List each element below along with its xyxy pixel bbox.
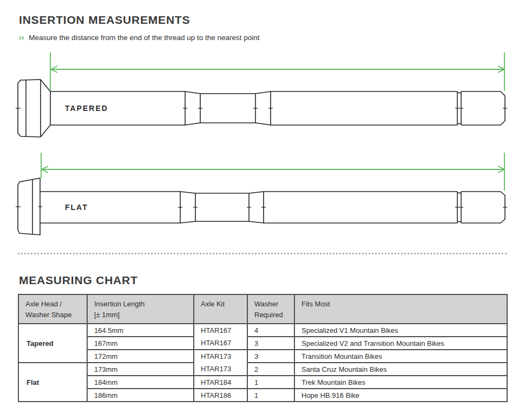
instruction-line: ››Measure the distance from the end of t… — [19, 33, 260, 42]
cell-washer-required: 3 — [247, 350, 294, 363]
cell-washer-required: 4 — [247, 324, 294, 337]
cell-axle-kit: HTAR184 — [194, 376, 247, 389]
cell-axle-kit: HTAR167 — [194, 324, 247, 337]
cell-axle-kit: HTAR186 — [194, 389, 247, 402]
cell-axle-kit: HTAR173 — [194, 363, 247, 376]
header-axle-kit: Axle Kit — [194, 294, 247, 324]
cell-axle-kit: HTAR167 — [194, 337, 247, 350]
tapered-dimension-arrow — [50, 52, 504, 91]
axle-diagrams: TAPERED FLAT — [0, 49, 525, 249]
table-row: Flat 173mm HTAR173 2 Santa Cruz Mountain… — [18, 363, 507, 376]
cell-shape-flat: Flat — [18, 363, 87, 402]
cell-washer-required: 1 — [247, 376, 294, 389]
cell-shape-tapered: Tapered — [18, 324, 87, 363]
cell-washer-required: 1 — [247, 389, 294, 402]
cell-axle-kit: HTAR173 — [194, 350, 247, 363]
table-row: 167mm HTAR167 3 Specialized V2 and Trans… — [18, 337, 507, 350]
cell-insertion-length: 172mm — [87, 350, 194, 363]
measuring-chart-table: Axle Head / Washer Shape Insertion Lengt… — [18, 294, 508, 402]
cell-insertion-length: 173mm — [87, 363, 194, 376]
double-chevron-icon: ›› — [19, 33, 24, 42]
table-row: 172mm HTAR173 3 Transition Mountain Bike… — [18, 350, 507, 363]
cell-insertion-length: 184mm — [87, 376, 194, 389]
tapered-axle-shape: TAPERED — [16, 80, 507, 137]
tapered-axle-label: TAPERED — [65, 104, 108, 113]
cell-fits-most: Transition Mountain Bikes — [294, 350, 507, 363]
page-title-insertion-measurements: INSERTION MEASUREMENTS — [19, 14, 190, 27]
cell-insertion-length: 167mm — [87, 337, 194, 350]
header-fits-most: Fits Most — [294, 294, 507, 324]
cell-washer-required: 2 — [247, 363, 294, 376]
cell-fits-most: Trek Mountain Bikes — [294, 376, 507, 389]
instruction-text: Measure the distance from the end of the… — [29, 34, 259, 42]
flat-dimension-arrow — [41, 153, 504, 191]
header-axle-head-washer-shape: Axle Head / Washer Shape — [18, 294, 87, 324]
cell-fits-most: Specialized V1 Mountain Bikes — [294, 324, 507, 337]
header-washer-required: Washer Required — [247, 294, 294, 324]
cell-fits-most: Specialized V2 and Transition Mountain B… — [294, 337, 507, 350]
cell-insertion-length: 186mm — [87, 389, 194, 402]
table-row: 186mm HTAR186 1 Hope HB.916 Bike — [18, 389, 507, 402]
header-insertion-length: Insertion Length [± 1mm] — [87, 294, 194, 324]
cell-insertion-length: 164.5mm — [87, 324, 194, 337]
page-title-measuring-chart: MEASURING CHART — [19, 274, 138, 287]
cell-fits-most: Santa Cruz Mountain Bikes — [294, 363, 507, 376]
dotted-divider — [18, 253, 507, 254]
flat-axle-shape: FLAT — [16, 178, 507, 235]
flat-axle-label: FLAT — [65, 203, 88, 212]
cell-washer-required: 3 — [247, 337, 294, 350]
cell-fits-most: Hope HB.916 Bike — [294, 389, 507, 402]
table-header-row: Axle Head / Washer Shape Insertion Lengt… — [18, 294, 507, 324]
table-row: 184mm HTAR184 1 Trek Mountain Bikes — [18, 376, 507, 389]
table-row: Tapered 164.5mm HTAR167 4 Specialized V1… — [18, 324, 507, 337]
